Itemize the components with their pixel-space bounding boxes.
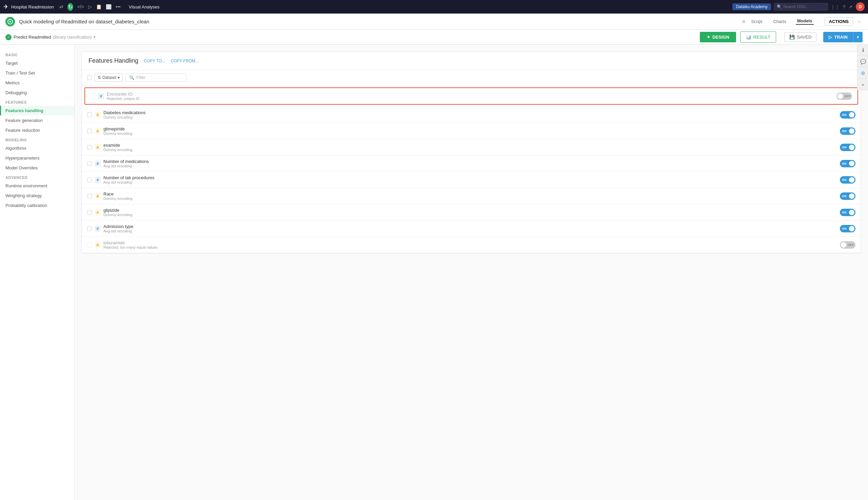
number-of-lab-procedures-info: Number of lab procedures Avg-std rescali… <box>103 175 837 184</box>
fh-toolbar: ⇅ Dataset ▾ 🔍 Filter <box>82 70 861 86</box>
encounter-id-checkbox[interactable] <box>90 94 95 99</box>
admission-type-toggle[interactable]: ON <box>840 225 855 232</box>
feature-row: # Number of medications Avg-std rescalin… <box>82 156 861 172</box>
admission-type-slider: ON <box>840 225 855 232</box>
admission-type-checkbox[interactable] <box>87 226 92 231</box>
actions-button[interactable]: ACTIONS <box>825 17 854 26</box>
sidebar-item-target[interactable]: Target <box>0 58 74 68</box>
predict-label: ✓ Predict Readmitted (Binary classificat… <box>5 34 96 40</box>
feature-row: A tolazamide Rejected, too many equal va… <box>82 237 861 253</box>
sidebar-item-model-overrides[interactable]: Model Overrides <box>0 163 74 173</box>
copy-from-button[interactable]: COPY FROM... <box>170 59 198 63</box>
section-advanced: ADVANCED Runtime environment Weighting s… <box>0 173 74 211</box>
examide-type-badge: A <box>94 144 101 150</box>
diabetes-medications-toggle[interactable]: ON <box>840 111 855 118</box>
section-basic: BASIC Target Train / Test Set Metrics De… <box>0 50 74 98</box>
right-sidebar: ℹ 💬 ⚙ + <box>857 45 868 90</box>
ds-logo <box>5 17 15 26</box>
dataiku-academy-btn[interactable]: Dataiku Academy <box>732 3 771 10</box>
train-dropdown-button[interactable]: ▾ <box>853 32 863 42</box>
share-icon[interactable]: ⇄ <box>59 4 64 10</box>
sidebar-item-debugging[interactable]: Debugging <box>0 88 74 98</box>
examide-checkbox[interactable] <box>87 145 92 150</box>
diabetes-medications-name: Diabetes medications <box>103 110 837 115</box>
screen-icon[interactable]: ⬜ <box>106 4 112 10</box>
filter-input-container[interactable]: 🔍 Filter <box>125 73 187 82</box>
search-box[interactable]: 🔍 <box>774 3 828 11</box>
encounter-id-toggle[interactable]: OFF <box>836 92 852 100</box>
project-name[interactable]: Hospital Readmission <box>11 4 54 10</box>
glimepiride-toggle[interactable]: ON <box>840 127 855 135</box>
number-of-medications-type-badge: # <box>94 161 101 167</box>
encounter-id-info: Encounter ID Rejected, unique ID <box>107 91 834 101</box>
right-sidebar-info-icon[interactable]: ℹ <box>857 45 868 56</box>
select-all-checkbox[interactable] <box>87 75 92 80</box>
collapse-icon[interactable]: ← <box>857 19 863 25</box>
encounter-id-name: Encounter ID <box>107 91 834 96</box>
sidebar-item-feature-reduction[interactable]: Feature reduction <box>0 125 74 135</box>
copy-to-button[interactable]: COPY TO... <box>144 59 165 63</box>
sidebar-item-features-handling[interactable]: Features handling <box>0 106 74 115</box>
tolazamide-toggle[interactable]: OFF <box>840 241 855 249</box>
search-input[interactable] <box>783 4 824 9</box>
sort-button[interactable]: ⇅ Dataset ▾ <box>94 73 123 82</box>
encounter-id-row-highlighted: # Encounter ID Rejected, unique ID OFF <box>85 88 858 105</box>
examide-slider: ON <box>840 144 855 151</box>
external-link-icon[interactable]: ↗ <box>849 4 853 10</box>
number-of-lab-procedures-toggle[interactable]: ON <box>840 176 855 184</box>
diabetes-medications-checkbox[interactable] <box>87 113 92 117</box>
third-bar: ✓ Predict Readmitted (Binary classificat… <box>0 30 868 45</box>
predict-icon: ✓ <box>5 34 12 40</box>
content-area: Features Handling COPY TO... COPY FROM..… <box>75 45 868 500</box>
tolazamide-checkbox[interactable] <box>87 242 92 247</box>
right-icons: ⋮⋮ ? ↗ D <box>831 2 865 11</box>
tolazamide-slider: OFF <box>840 241 855 249</box>
predict-chevron-icon[interactable]: ▾ <box>93 35 96 39</box>
code-icon[interactable]: </> <box>77 4 84 10</box>
glipizide-toggle[interactable]: ON <box>840 209 855 216</box>
tab-charts[interactable]: Charts <box>772 19 787 24</box>
clipboard-icon[interactable]: 📋 <box>96 4 102 10</box>
sidebar-item-weighting-strategy[interactable]: Weighting strategy <box>0 191 74 201</box>
train-button[interactable]: ▷ TRAIN <box>823 32 853 42</box>
right-sidebar-chat-icon[interactable]: 💬 <box>857 56 868 67</box>
number-of-lab-procedures-checkbox[interactable] <box>87 178 92 182</box>
number-of-medications-toggle[interactable]: ON <box>840 160 855 167</box>
sidebar-item-runtime-environment[interactable]: Runtime environment <box>0 181 74 191</box>
recycling-icon[interactable]: ↻ <box>67 3 73 11</box>
glipizide-checkbox[interactable] <box>87 210 92 215</box>
admission-type-type-badge: # <box>94 226 101 232</box>
help-icon[interactable]: ? <box>843 4 845 10</box>
sidebar-item-train-test[interactable]: Train / Test Set <box>0 68 74 78</box>
feature-row: # Admission type Avg-std rescaling ON <box>82 220 861 237</box>
race-toggle[interactable]: ON <box>840 192 855 200</box>
glimepiride-checkbox[interactable] <box>87 129 92 134</box>
right-sidebar-settings-icon[interactable]: ⚙ <box>857 68 868 79</box>
sidebar-item-hyperparameters[interactable]: Hyperparameters <box>0 153 74 163</box>
title-link-icon[interactable]: ⚙ <box>742 19 746 24</box>
number-of-lab-procedures-name: Number of lab procedures <box>103 175 837 180</box>
avatar[interactable]: D <box>856 2 865 11</box>
play-icon[interactable]: ▷ <box>88 4 92 10</box>
saved-button[interactable]: 💾 SAVED <box>784 32 816 42</box>
tab-models[interactable]: Models <box>796 18 814 25</box>
sidebar-item-metrics[interactable]: Metrics <box>0 78 74 88</box>
encounter-id-slider: OFF <box>836 92 852 100</box>
tab-script[interactable]: Script <box>750 19 764 24</box>
section-label-modeling: MODELING <box>0 135 74 143</box>
more-icon[interactable]: ••• <box>115 4 121 10</box>
section-label-basic: BASIC <box>0 50 74 58</box>
grid-icon[interactable]: ⋮⋮ <box>831 4 839 10</box>
sidebar-item-algorithms[interactable]: Algorithms <box>0 143 74 153</box>
design-button[interactable]: ✦ DESIGN <box>700 32 736 42</box>
train-group: ▷ TRAIN ▾ <box>823 32 863 42</box>
sidebar-item-probability-calibration[interactable]: Probability calibration <box>0 201 74 211</box>
feature-row: A glimepiride Dummy encoding ON <box>82 123 861 139</box>
number-of-medications-checkbox[interactable] <box>87 161 92 166</box>
feature-row: A examide Dummy encoding ON <box>82 139 861 156</box>
result-button[interactable]: 📊 RESULT <box>740 32 776 43</box>
examide-toggle[interactable]: ON <box>840 144 855 151</box>
race-checkbox[interactable] <box>87 194 92 198</box>
sidebar-item-feature-generation[interactable]: Feature generation <box>0 115 74 125</box>
right-sidebar-add-icon[interactable]: + <box>857 79 868 90</box>
